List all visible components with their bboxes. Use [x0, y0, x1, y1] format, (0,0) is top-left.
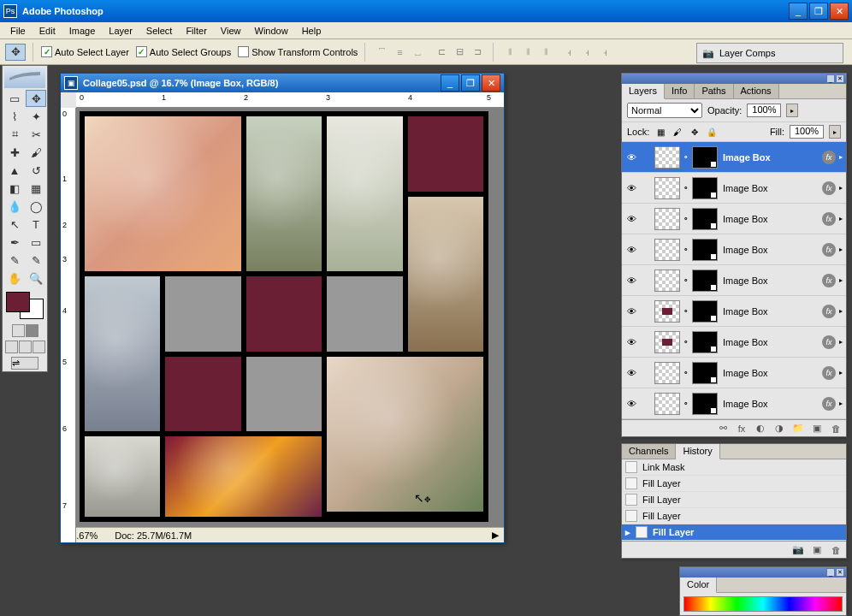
panel-close-icon[interactable]: ✕ [836, 74, 844, 83]
fx-badge-icon[interactable]: fx [822, 151, 836, 164]
tab-history[interactable]: History [676, 444, 719, 459]
color-panel-titlebar[interactable]: _ ✕ [680, 567, 846, 578]
tab-actions[interactable]: Actions [734, 84, 779, 98]
layer-row[interactable]: 👁 ⚬ Image Box fx ▸ [622, 173, 846, 204]
menu-edit[interactable]: Edit [33, 24, 62, 38]
lock-all-icon[interactable]: 🔒 [706, 126, 718, 138]
layer-comps-box[interactable]: 📷 Layer Comps [696, 43, 843, 63]
heal-tool[interactable]: ✚ [4, 144, 25, 161]
collage-cell[interactable] [165, 436, 322, 517]
layer-list[interactable]: 👁 ⚬ Image Box fx ▸ 👁 ⚬ Image Box fx ▸ 👁 … [622, 142, 846, 419]
layer-fx-icon[interactable]: fx [735, 422, 748, 435]
layer-thumbnail[interactable] [654, 270, 680, 292]
layer-mask-thumbnail[interactable] [692, 146, 718, 169]
history-row[interactable]: ▸Fill Layer [622, 524, 846, 541]
link-icon[interactable]: ⚬ [682, 153, 690, 162]
history-list[interactable]: Link MaskFill LayerFill LayerFill Layer▸… [622, 459, 846, 541]
canvas[interactable]: ↖✥ [76, 108, 504, 527]
shape-tool[interactable]: ▭ [26, 234, 46, 251]
layer-thumbnail[interactable] [654, 300, 680, 323]
collage-cell[interactable] [246, 116, 322, 271]
layer-thumbnail[interactable] [654, 239, 680, 261]
new-snapshot-icon[interactable]: ▣ [810, 543, 824, 557]
fx-badge-icon[interactable]: fx [822, 274, 836, 287]
expand-icon[interactable]: ▸ [839, 400, 843, 407]
adjustment-layer-icon[interactable]: ◑ [772, 422, 786, 435]
collage-cell[interactable] [85, 116, 241, 271]
menu-window[interactable]: Window [248, 24, 295, 38]
expand-icon[interactable]: ▸ [839, 307, 843, 315]
visibility-icon[interactable]: 👁 [624, 396, 639, 412]
layer-mask-thumbnail[interactable] [692, 239, 718, 261]
align-right-icon[interactable]: ⊐ [469, 44, 486, 61]
expand-icon[interactable]: ▸ [839, 153, 843, 161]
fx-badge-icon[interactable]: fx [822, 305, 836, 318]
layer-mask-thumbnail[interactable] [692, 362, 718, 384]
lock-paint-icon[interactable]: 🖌 [672, 126, 683, 138]
visibility-icon[interactable]: 👁 [624, 211, 639, 227]
fill-arrow-icon[interactable]: ▸ [829, 125, 841, 139]
layer-name[interactable]: Image Box [719, 275, 820, 286]
layer-row[interactable]: 👁 ⚬ Image Box fx ▸ [622, 234, 846, 265]
align-hcenter-icon[interactable]: ⊟ [451, 44, 468, 61]
zoom-tool[interactable]: 🔍 [26, 270, 46, 287]
layer-name[interactable]: Image Box [719, 214, 820, 224]
hand-tool[interactable]: ✋ [4, 270, 25, 287]
collage-cell[interactable] [165, 357, 240, 432]
link-icon[interactable]: ⚬ [682, 215, 690, 223]
color-ramp[interactable] [683, 596, 843, 612]
brush-tool[interactable]: 🖌 [26, 144, 46, 161]
color-swatch[interactable] [4, 290, 45, 321]
layer-row[interactable]: 👁 ⚬ Image Box fx ▸ [622, 142, 846, 173]
layer-mask-thumbnail[interactable] [692, 331, 718, 353]
notes-tool[interactable]: ✎ [4, 252, 25, 269]
panel-minimize-icon[interactable]: _ [826, 74, 835, 83]
blur-tool[interactable]: 💧 [4, 198, 25, 215]
layer-name[interactable]: Image Box [719, 306, 820, 317]
tab-paths[interactable]: Paths [695, 84, 733, 98]
jump-button[interactable]: ⇌ [4, 357, 45, 370]
menu-select[interactable]: Select [139, 24, 180, 38]
expand-icon[interactable]: ▸ [839, 215, 843, 222]
menu-help[interactable]: Help [295, 24, 328, 38]
history-brush-tool[interactable]: ↺ [26, 162, 46, 179]
doc-minimize-button[interactable]: _ [441, 74, 459, 92]
link-icon[interactable]: ⚬ [682, 246, 690, 254]
layer-mask-icon[interactable]: ◐ [754, 422, 767, 435]
layer-mask-thumbnail[interactable] [692, 300, 718, 323]
collage-cell[interactable] [327, 276, 402, 352]
layer-row[interactable]: 👁 ⚬ Image Box fx ▸ [622, 204, 846, 234]
layer-mask-thumbnail[interactable] [692, 208, 718, 230]
link-icon[interactable]: ⚬ [682, 369, 690, 377]
expand-icon[interactable]: ▸ [839, 246, 843, 253]
menu-file[interactable]: File [3, 24, 33, 38]
layer-thumbnail[interactable] [654, 146, 680, 169]
collage-cell[interactable] [408, 116, 483, 192]
eyedropper-tool[interactable]: ✎ [26, 252, 46, 269]
expand-icon[interactable]: ▸ [839, 276, 843, 284]
status-arrow-icon[interactable]: ▶ [492, 530, 499, 541]
collage-cell[interactable] [165, 276, 240, 352]
layer-mask-thumbnail[interactable] [692, 393, 718, 415]
delete-state-icon[interactable]: 🗑 [829, 543, 843, 557]
align-bottom-icon[interactable]: ⎵ [409, 44, 426, 61]
doc-maximize-button[interactable]: ❐ [461, 74, 480, 92]
gradient-tool[interactable]: ▦ [26, 180, 46, 197]
layer-name[interactable]: Image Box [719, 399, 820, 409]
layer-thumbnail[interactable] [654, 393, 680, 415]
opacity-field[interactable]: 100% [747, 104, 781, 117]
layer-name[interactable]: Image Box [719, 152, 820, 163]
fx-badge-icon[interactable]: fx [822, 243, 836, 257]
fx-badge-icon[interactable]: fx [822, 335, 836, 349]
layer-row[interactable]: 👁 ⚬ Image Box fx ▸ [622, 358, 846, 388]
history-row[interactable]: Fill Layer [622, 492, 846, 508]
layer-thumbnail[interactable] [654, 362, 680, 384]
maximize-button[interactable]: ❐ [809, 3, 828, 20]
link-icon[interactable]: ⚬ [682, 338, 690, 346]
close-button[interactable]: ✕ [830, 3, 849, 20]
layer-row[interactable]: 👁 ⚬ Image Box fx ▸ [622, 388, 846, 419]
visibility-icon[interactable]: 👁 [624, 273, 639, 288]
history-row[interactable]: Link Mask [622, 459, 846, 476]
layer-mask-thumbnail[interactable] [692, 270, 718, 292]
visibility-icon[interactable]: 👁 [624, 365, 639, 381]
